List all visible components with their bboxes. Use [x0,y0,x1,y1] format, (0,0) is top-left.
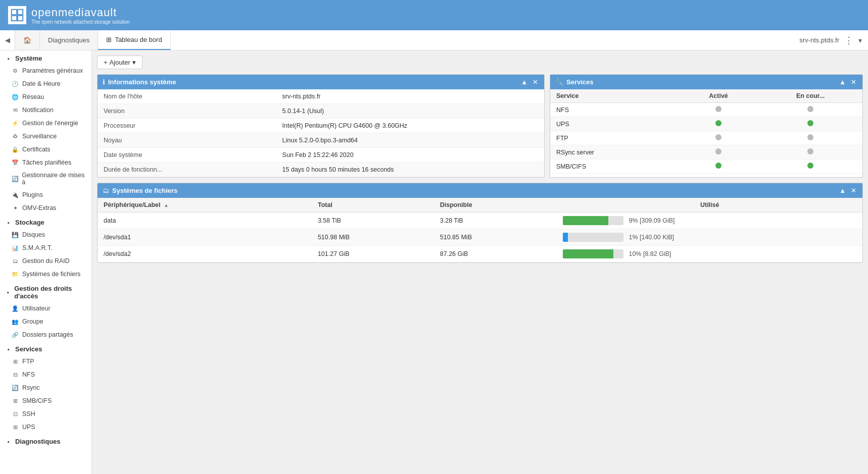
fs-panel-icon: 🗂 [103,187,109,194]
fs-panel-header: 🗂 Systèmes de fichiers ▲ ✕ [98,183,862,198]
sidebar-item-omv-extras[interactable]: ✦ OMV-Extras [0,201,91,215]
sidebar-item-disques[interactable]: 💾 Disques [0,228,91,241]
services-table-wrapper: Service Activé En cour... NFSUPSFTPRSync… [550,89,862,174]
sidebar-item-reseau[interactable]: 🌐 Réseau [0,90,91,103]
service-running [758,103,862,117]
info-value: 15 days 0 hours 50 minutes 16 seconds [276,163,544,177]
services-panel-close[interactable]: ✕ [850,79,857,85]
info-panel-close[interactable]: ✕ [532,79,539,85]
info-label: Processeur [98,119,276,133]
sidebar-item-certificats[interactable]: 🔒 Certificats [0,143,91,156]
section-droits-label: Gestion des droits d'accès [14,285,86,300]
section-services-label: Services [15,345,42,353]
more-options-icon[interactable]: ⋮ [844,35,853,46]
service-name: UPS [550,117,679,131]
fs-panel: 🗂 Systèmes de fichiers ▲ ✕ Périphérique/… [97,183,863,263]
smb-icon: ⊞ [11,397,19,405]
usage-bar-bg [563,216,623,225]
systemes-fichiers-icon: 📁 [11,270,19,278]
sidebar-item-notification[interactable]: ✉ Notification [0,103,91,117]
sidebar-item-ftp[interactable]: ⊞ FTP [0,355,91,368]
services-panel: 🔧 Services ▲ ✕ Service Activé En cour. [550,74,863,178]
info-value: Linux 5.2.0-0.bpo.3-amd64 [276,133,544,148]
info-value: 5.0.14-1 (Usul) [276,104,544,119]
sidebar-item-raid[interactable]: 🗂 Gestion du RAID [0,254,91,268]
ftp-icon: ⊞ [11,357,19,365]
fs-panel-close[interactable]: ✕ [850,187,857,194]
fs-panel-title: Systèmes de fichiers [112,187,835,194]
sidebar-item-parametres[interactable]: ⚙ Paramètres généraux [0,64,91,77]
services-panel-title: Services [566,78,835,86]
services-panel-minimize[interactable]: ▲ [838,79,847,85]
usage-text: 9% [309.09 GiB] [629,217,674,224]
col-disponible: Disponible [434,198,557,213]
gestionnaire-icon: 🔄 [11,175,19,183]
sidebar-item-taches[interactable]: 📅 Tâches planifiées [0,156,91,169]
nav-right: srv-nts.ptds.fr ⋮ ▾ [793,30,868,50]
tab-tableau-de-bord[interactable]: ⊞ Tableau de bord [98,30,170,50]
usage-bar-container: 9% [309.09 GiB] [563,216,856,225]
status-dot-active [715,163,721,169]
table-row: /dev/sda2 101.27 GiB 87.26 GiB 10% [8.82… [98,246,862,262]
nav-caret-icon[interactable]: ▾ [858,36,862,44]
usage-bar-fill [563,216,608,225]
sidebar-item-systemes-fichiers[interactable]: 📁 Systèmes de fichiers [0,268,91,281]
sidebar-section-diagnostiques[interactable]: ▪ Diagnostiques [0,434,91,447]
sidebar-item-utilisateur[interactable]: 👤 Utilisateur [0,302,91,315]
logo: openmediavault The open network attached… [8,6,130,25]
service-active [679,131,758,145]
fs-panel-minimize[interactable]: ▲ [838,187,847,194]
info-panel: ℹ Informations système ▲ ✕ Nom de l'hôte… [97,74,545,178]
sidebar-item-energie[interactable]: ⚡ Gestion de l'énergie [0,117,91,130]
table-row: Date systèmeSun Feb 2 15:22:46 2020 [98,148,544,163]
usage-bar-fill [563,233,568,242]
nav-tabs: 🏠 Diagnostiques ⊞ Tableau de bord [15,30,793,50]
app-subtitle: The open network attached storage soluti… [31,19,130,25]
top-panels-row: ℹ Informations système ▲ ✕ Nom de l'hôte… [97,74,863,178]
sidebar-item-smb[interactable]: ⊞ SMB/CiFS [0,394,91,407]
navbar: ◀ 🏠 Diagnostiques ⊞ Tableau de bord srv-… [0,30,868,50]
svg-rect-4 [18,16,22,20]
sidebar-item-ups[interactable]: ⊞ UPS [0,420,91,434]
sidebar-section-droits[interactable]: ▪ Gestion des droits d'accès [0,281,91,302]
sidebar-section-system[interactable]: ▪ Système [0,50,91,64]
fs-total: 101.27 GiB [312,246,434,262]
service-name: SMB/CIFS [550,160,679,174]
disques-icon: 💾 [11,231,19,239]
fs-device: /dev/sda2 [98,246,312,262]
energie-icon: ⚡ [11,119,19,127]
sidebar-section-stockage[interactable]: ▪ Stockage [0,215,91,228]
info-panel-icon: ℹ [103,78,105,86]
fs-table-header-row: Périphérique/Label ▲ Total Disponible Ut… [98,198,862,213]
sidebar-item-plugins[interactable]: 🔌 Plugins [0,188,91,201]
sidebar-item-rsync[interactable]: 🔄 Rsync [0,381,91,394]
status-dot-inactive [715,106,721,112]
services-panel-controls: ▲ ✕ [838,79,857,85]
status-dot-not-running [807,134,813,140]
sidebar-item-date[interactable]: 🕐 Date & Heure [0,77,91,90]
add-label: Ajouter [110,59,130,66]
tableau-icon: ⊞ [106,36,112,43]
logo-icon [8,6,26,24]
tab-diagnostiques[interactable]: Diagnostiques [40,30,98,50]
sidebar-item-surveillance[interactable]: ♻ Surveillance [0,130,91,143]
main-layout: ▪ Système ⚙ Paramètres généraux 🕐 Date &… [0,50,868,474]
sidebar-toggle[interactable]: ◀ [0,30,15,50]
sidebar-item-ssh[interactable]: ⊡ SSH [0,407,91,420]
info-panel-minimize[interactable]: ▲ [520,79,528,85]
sidebar-section-services[interactable]: ▪ Services [0,341,91,355]
section-stockage-label: Stockage [15,219,44,226]
tab-diagnostiques-label: Diagnostiques [48,36,89,44]
sidebar-item-dossiers[interactable]: 🔗 Dossiers partagés [0,328,91,341]
table-row: Durée de fonctionn...15 days 0 hours 50 … [98,163,544,177]
ups-icon: ⊞ [11,423,19,431]
services-panel-header: 🔧 Services ▲ ✕ [550,75,862,89]
sidebar-item-gestionnaire[interactable]: 🔄 Gestionnaire de mises à [0,169,91,188]
col-active: Activé [679,89,758,103]
sidebar-item-smart[interactable]: 📊 S.M.A.R.T. [0,241,91,254]
add-button[interactable]: + Ajouter ▾ [97,56,142,69]
tab-home[interactable]: 🏠 [15,30,40,50]
sidebar-item-groupe[interactable]: 👥 Groupe [0,315,91,328]
service-active [679,145,758,160]
sidebar-item-nfs[interactable]: ⊟ NFS [0,368,91,381]
